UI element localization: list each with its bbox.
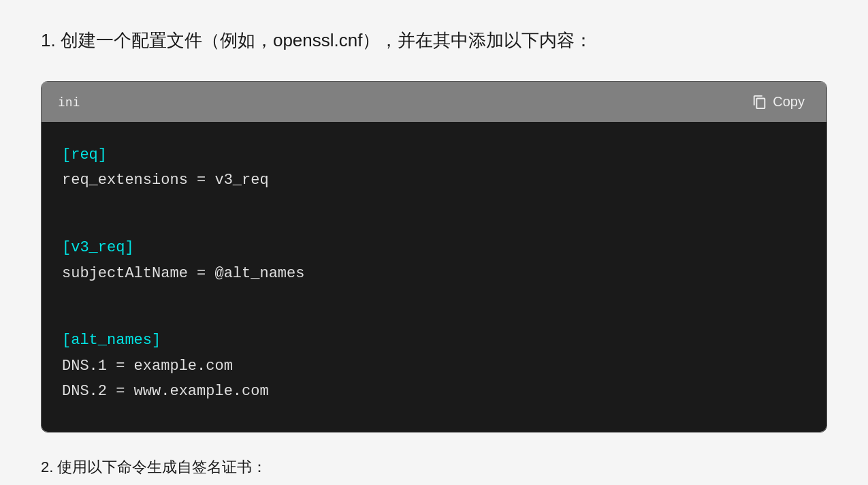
code-block-header: ini Copy [42,82,826,122]
bottom-instruction: 2. 使用以下命令生成自签名证书： [41,457,827,478]
code-line-req-ext: req_extensions = v3_req [62,172,269,189]
copy-button[interactable]: Copy [747,91,810,112]
code-line-dns2: DNS.2 = www.example.com [62,383,269,400]
code-header-altnames: [alt_names] [62,332,161,349]
instruction-paragraph: 1. 创建一个配置文件（例如，openssl.cnf），并在其中添加以下内容： [41,27,827,54]
code-language-label: ini [58,95,80,109]
code-section-req: [req] req_extensions = v3_req [62,142,806,193]
code-line-san: subjectAltName = @alt_names [62,265,304,282]
code-header-req: [req] [62,146,107,163]
code-section-v3req: [v3_req] subjectAltName = @alt_names [62,235,806,286]
copy-label: Copy [773,94,805,110]
step-number: 1. [41,30,56,50]
copy-icon [752,95,767,110]
step-text: 创建一个配置文件（例如，openssl.cnf），并在其中添加以下内容： [61,30,593,50]
code-header-v3req: [v3_req] [62,239,134,256]
code-section-altnames: [alt_names] DNS.1 = example.com DNS.2 = … [62,328,806,404]
code-line-dns1: DNS.1 = example.com [62,358,233,375]
code-block-body: [req] req_extensions = v3_req [v3_req] s… [42,122,826,432]
code-block-container: ini Copy [req] req_extensions = v3_req [… [41,81,827,433]
